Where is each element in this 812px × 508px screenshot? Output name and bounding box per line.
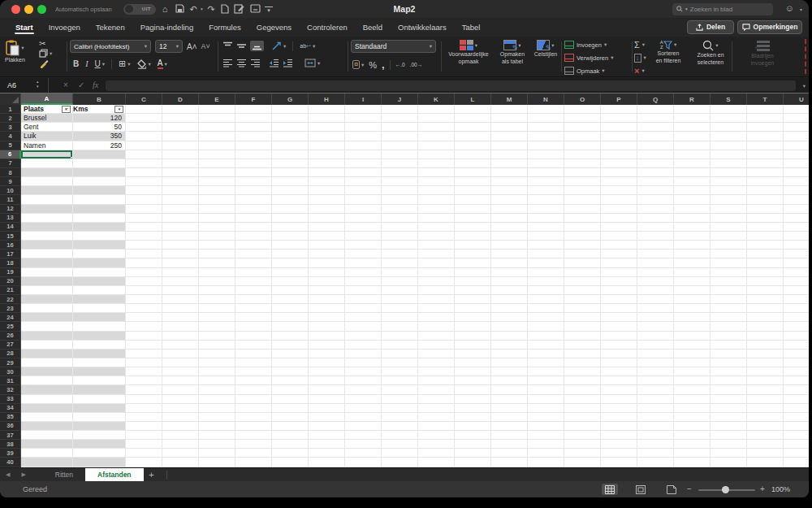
cell-A32[interactable] — [21, 385, 73, 394]
column-header-C[interactable]: C — [126, 93, 162, 105]
share-button[interactable]: Delen — [687, 20, 734, 34]
merge-center-button[interactable]: ▾ — [304, 59, 320, 67]
cell-B37[interactable] — [73, 431, 126, 440]
search-box[interactable]: ▾ Zoeken in blad — [672, 3, 773, 15]
column-header-B[interactable]: B — [73, 93, 126, 105]
row-header-8[interactable]: 8 — [0, 168, 21, 177]
row-header-22[interactable]: 22 — [0, 295, 21, 304]
cell-A16[interactable] — [21, 241, 73, 250]
bold-button[interactable]: B — [73, 59, 79, 68]
sheet-prev-icon[interactable]: ◀ — [0, 471, 15, 478]
font-size-dropdown[interactable]: 12 ▾ — [155, 40, 183, 53]
row-header-34[interactable]: 34 — [0, 404, 21, 413]
increase-indent-icon[interactable] — [283, 59, 293, 67]
cell-B5[interactable]: 250 — [73, 141, 126, 150]
row-header-20[interactable]: 20 — [0, 277, 21, 286]
decrease-indent-icon[interactable] — [269, 59, 279, 67]
cut-icon[interactable]: ✂ — [39, 39, 52, 48]
cell-A14[interactable] — [21, 223, 73, 232]
column-header-M[interactable]: M — [491, 93, 528, 105]
cell-B14[interactable] — [73, 223, 126, 232]
column-header-T[interactable]: T — [747, 93, 784, 105]
cell-B4[interactable]: 350 — [73, 132, 126, 141]
sheet-tab-afstanden[interactable]: Afstanden — [85, 468, 144, 482]
cell-A40[interactable] — [21, 458, 73, 467]
cell-A3[interactable]: Gent — [21, 123, 73, 132]
row-header-29[interactable]: 29 — [0, 358, 21, 367]
cell-A35[interactable] — [21, 413, 73, 422]
cell-B12[interactable] — [73, 205, 126, 214]
zoom-slider[interactable] — [698, 489, 755, 492]
fill-handle[interactable] — [71, 157, 73, 159]
cell-A33[interactable] — [21, 395, 73, 404]
align-right-icon[interactable] — [250, 59, 261, 67]
row-header-14[interactable]: 14 — [0, 223, 21, 232]
row-header-7[interactable]: 7 — [0, 159, 21, 168]
column-header-R[interactable]: R — [674, 93, 710, 105]
name-box[interactable]: A6 — [0, 78, 49, 93]
tab-gegevens[interactable]: Gegevens — [256, 20, 292, 35]
enter-icon[interactable]: ✓ — [78, 78, 84, 93]
row-header-9[interactable]: 9 — [0, 177, 21, 186]
decrease-decimal-icon[interactable]: .00→ — [410, 62, 423, 67]
wrap-text-button[interactable]: ab↩ ▾ — [300, 43, 315, 50]
cell-B17[interactable] — [73, 250, 126, 258]
column-header-A[interactable]: A — [21, 93, 73, 105]
italic-button[interactable]: I — [85, 59, 88, 68]
column-header-F[interactable]: F — [235, 93, 272, 105]
column-header-O[interactable]: O — [564, 93, 601, 105]
cell-B1[interactable]: Kms▾ — [73, 105, 126, 114]
row-header-1[interactable]: 1 — [0, 105, 21, 114]
cell-A28[interactable] — [21, 350, 73, 358]
cell-B6[interactable] — [73, 150, 126, 159]
row-header-27[interactable]: 27 — [0, 341, 21, 350]
column-header-Q[interactable]: Q — [637, 93, 674, 105]
row-header-5[interactable]: 5 — [0, 141, 21, 150]
cell-B35[interactable] — [73, 413, 126, 422]
cell-B23[interactable] — [73, 304, 126, 313]
format-painter-icon[interactable] — [39, 59, 49, 68]
cell-B19[interactable] — [73, 268, 126, 277]
row-header-16[interactable]: 16 — [0, 241, 21, 250]
cell-B7[interactable] — [73, 159, 126, 168]
cell-B13[interactable] — [73, 214, 126, 223]
fill-color-button[interactable]: ▾ — [137, 59, 151, 69]
tab-beeld[interactable]: Beeld — [362, 20, 383, 35]
cell-B10[interactable] — [73, 186, 126, 195]
cell-A19[interactable] — [21, 268, 73, 277]
name-box-stepper[interactable]: ▲▼ — [36, 80, 39, 89]
column-header-D[interactable]: D — [162, 93, 199, 105]
cell-A24[interactable] — [21, 313, 73, 322]
column-header-G[interactable]: G — [272, 93, 309, 105]
decrease-font-icon[interactable]: A˅ — [201, 42, 210, 50]
cell-A21[interactable] — [21, 286, 73, 295]
cell-B26[interactable] — [73, 332, 126, 341]
delete-cells-button[interactable]: Verwijderen ▾ — [564, 52, 613, 63]
cell-A13[interactable] — [21, 214, 73, 223]
row-header-32[interactable]: 32 — [0, 385, 21, 394]
cell-B38[interactable] — [73, 440, 126, 449]
tab-formules[interactable]: Formules — [208, 20, 242, 35]
format-as-table-button[interactable]: ✎ ▾ Opmakenals tabel — [495, 40, 529, 66]
cell-B22[interactable] — [73, 295, 126, 304]
cell-A23[interactable] — [21, 304, 73, 313]
cell-A37[interactable] — [21, 431, 73, 440]
formula-expand-chevron-icon[interactable]: ▾ — [803, 83, 806, 89]
conditional-formatting-button[interactable]: ▾ Voorwaardelijkeopmaak — [443, 40, 494, 66]
row-header-35[interactable]: 35 — [0, 413, 21, 422]
cell-A34[interactable] — [21, 404, 73, 413]
sort-filter-button[interactable]: AZ ▾ Sorterenen filteren — [649, 40, 688, 65]
cell-B24[interactable] — [73, 313, 126, 322]
column-header-P[interactable]: P — [601, 93, 637, 105]
zoom-in-icon[interactable]: + — [760, 484, 765, 493]
tab-controleren[interactable]: Controleren — [306, 20, 348, 35]
cell-B29[interactable] — [73, 358, 126, 367]
row-header-31[interactable]: 31 — [0, 376, 21, 385]
column-header-K[interactable]: K — [418, 93, 455, 105]
column-header-I[interactable]: I — [345, 93, 382, 105]
cell-A27[interactable] — [21, 341, 73, 350]
cell-A39[interactable] — [21, 449, 73, 458]
row-header-36[interactable]: 36 — [0, 422, 21, 431]
cell-A5[interactable]: Namen — [21, 141, 73, 150]
row-header-33[interactable]: 33 — [0, 395, 21, 404]
